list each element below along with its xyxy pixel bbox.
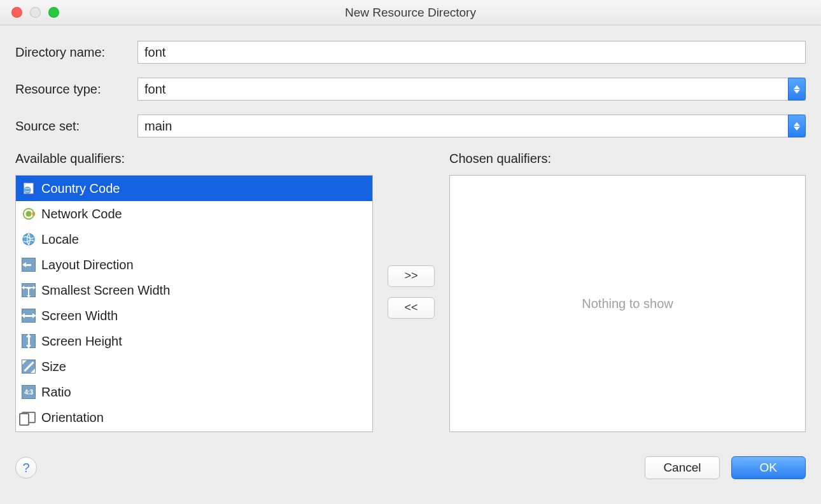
source-set-label: Source set: [15,119,137,134]
qualifier-label: Screen Width [41,309,118,323]
qualifier-label: Orientation [41,410,104,425]
svg-point-4 [23,234,34,245]
qualifier-item[interactable]: Country Code [16,176,372,201]
qualifier-item[interactable]: Locale [16,227,372,252]
ok-button[interactable]: OK [731,456,806,479]
resource-type-label: Resource type: [15,82,137,97]
resource-type-select[interactable]: font [137,78,806,101]
qualifiers-area: Available qualifiers: Country CodeNetwor… [15,151,806,432]
qualifier-label: Size [41,360,66,374]
dialog-footer: ? Cancel OK [0,445,821,494]
country-code-icon [21,181,36,196]
qualifier-item[interactable]: Network Code [16,201,372,227]
chosen-qualifiers-list[interactable]: Nothing to show [449,175,806,432]
directory-name-label: Directory name: [15,45,137,60]
remove-qualifier-button[interactable]: << [388,297,435,319]
layout-direction-icon [21,257,36,272]
minimize-window-icon[interactable] [30,7,41,18]
available-qualifiers-column: Available qualifiers: Country CodeNetwor… [15,151,373,432]
screen-height-icon [21,333,36,349]
qualifier-label: Country Code [41,181,120,196]
help-button[interactable]: ? [15,457,37,479]
directory-name-row: Directory name: [15,41,806,64]
qualifier-label: Smallest Screen Width [41,283,170,298]
qualifier-label: Screen Height [41,334,122,349]
svg-rect-3 [32,212,36,216]
qualifier-item[interactable]: 4:3Ratio [16,379,372,405]
screen-width-icon [21,308,36,323]
network-code-icon [21,206,36,221]
directory-name-input[interactable] [137,41,806,64]
add-qualifier-button[interactable]: >> [388,265,435,287]
qualifier-item[interactable]: Screen Width [16,303,372,328]
smallest-screen-width-icon [21,283,36,298]
qualifier-label: Network Code [41,207,122,221]
source-set-row: Source set: main [15,115,806,137]
close-window-icon[interactable] [11,7,22,18]
zoom-window-icon[interactable] [48,7,59,18]
qualifier-label: Layout Direction [41,258,134,272]
chosen-qualifiers-label: Chosen qualifiers: [449,151,806,166]
qualifier-label: Ratio [41,385,71,400]
svg-point-0 [24,186,31,193]
globe-icon [21,232,36,247]
qualifier-item[interactable]: Layout Direction [16,252,372,277]
chosen-empty-text: Nothing to show [582,297,673,311]
dialog-content: Directory name: Resource type: font Sour… [0,25,821,445]
resource-type-row: Resource type: font [15,78,806,101]
size-icon [21,359,36,374]
qualifier-item[interactable]: Smallest Screen Width [16,277,372,303]
titlebar: New Resource Directory [0,0,821,25]
transfer-buttons-column: >> << [373,151,449,432]
cancel-button[interactable]: Cancel [645,456,719,479]
chosen-qualifiers-column: Chosen qualifiers: Nothing to show [449,151,806,432]
available-qualifiers-list[interactable]: Country CodeNetwork CodeLocaleLayout Dir… [15,175,373,432]
orientation-icon [21,410,36,425]
qualifier-item[interactable]: Screen Height [16,328,372,354]
window-controls [0,7,59,18]
source-set-select[interactable]: main [137,115,806,137]
available-qualifiers-label: Available qualifiers: [15,151,373,166]
svg-point-2 [25,211,31,216]
qualifier-label: Locale [41,232,79,247]
window-title: New Resource Directory [0,6,821,20]
ratio-icon: 4:3 [21,384,36,400]
qualifier-item[interactable]: Orientation [16,405,372,430]
qualifier-item[interactable]: Size [16,354,372,379]
